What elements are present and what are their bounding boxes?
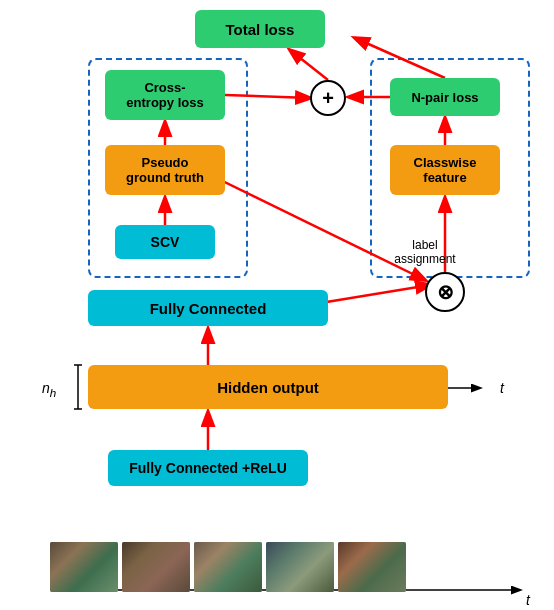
fully-connected-box: Fully Connected <box>88 290 328 326</box>
pseudo-gt-label: Pseudoground truth <box>126 155 204 185</box>
total-loss-label: Total loss <box>226 21 295 38</box>
diagram: Total loss Cross-entropy loss N-pair los… <box>0 0 554 610</box>
input-image-4 <box>266 542 334 592</box>
label-assignment-text: label assignment <box>385 238 465 266</box>
hidden-output-label: Hidden output <box>217 379 319 396</box>
classwise-box: Classwisefeature <box>390 145 500 195</box>
sum-circle: + <box>310 80 346 116</box>
input-image-1 <box>50 542 118 592</box>
hidden-output-box: Hidden output <box>88 365 448 409</box>
cross-circle: ⊗ <box>425 272 465 312</box>
image-strip <box>50 542 406 592</box>
scv-label: SCV <box>151 234 180 250</box>
classwise-label: Classwisefeature <box>414 155 477 185</box>
nh-label: nh <box>42 380 56 399</box>
total-loss-box: Total loss <box>195 10 325 48</box>
fully-relu-box: Fully Connected +ReLU <box>108 450 308 486</box>
npair-loss-box: N-pair loss <box>390 78 500 116</box>
input-image-3 <box>194 542 262 592</box>
input-image-2 <box>122 542 190 592</box>
t-label-bottom: t <box>526 592 530 608</box>
npair-loss-label: N-pair loss <box>411 90 478 105</box>
cross-entropy-box: Cross-entropy loss <box>105 70 225 120</box>
fully-connected-label: Fully Connected <box>150 300 267 317</box>
svg-line-5 <box>290 50 328 80</box>
scv-box: SCV <box>115 225 215 259</box>
pseudo-gt-box: Pseudoground truth <box>105 145 225 195</box>
input-image-5 <box>338 542 406 592</box>
t-label-middle: t <box>500 380 504 396</box>
fully-relu-label: Fully Connected +ReLU <box>129 460 287 476</box>
cross-entropy-label: Cross-entropy loss <box>126 80 203 110</box>
